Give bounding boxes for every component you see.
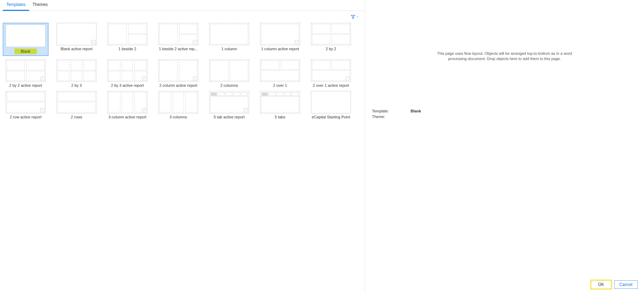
template-card-2over1[interactable]: 2 over 1: [257, 59, 303, 87]
template-label: 2 rows: [71, 115, 82, 119]
template-card-2over1-active[interactable]: ✓2 over 1 active report: [308, 59, 354, 87]
active-report-badge-icon: ✓: [346, 77, 350, 81]
filter-icon: [351, 14, 356, 19]
meta-template-label: Template:: [372, 109, 397, 113]
template-card-2by2[interactable]: 2 by 2: [308, 23, 354, 56]
template-thumb: [107, 23, 147, 45]
template-label: 2 by 3 active report: [111, 83, 144, 87]
meta-template-value: Blank: [411, 109, 421, 113]
template-label: 3 column active report: [108, 115, 146, 119]
template-card-blank-active[interactable]: ✓Blank active report: [54, 23, 99, 56]
active-report-badge-icon: ✓: [91, 40, 95, 44]
template-thumb: [260, 91, 300, 113]
template-thumb: ✓: [158, 59, 198, 82]
template-card-3col-active[interactable]: ✓3 column active report: [105, 91, 150, 119]
template-card-1column[interactable]: 1 column: [206, 23, 252, 56]
template-thumb: ✓: [311, 59, 351, 82]
chevron-down-icon: [356, 15, 359, 18]
template-card-2by2-active[interactable]: ✓2 by 2 active report: [3, 59, 48, 87]
active-report-badge-icon: ✓: [40, 108, 45, 112]
active-report-badge-icon: ✓: [244, 108, 248, 112]
template-thumb: [209, 59, 249, 82]
template-thumb: [260, 59, 300, 82]
template-thumb: [311, 91, 351, 113]
template-label: eCapital Starting Point: [312, 115, 350, 119]
tab-templates[interactable]: Templates: [3, 0, 29, 11]
template-label: 1 column active report: [261, 47, 299, 51]
template-card-3col[interactable]: 3 columns: [155, 91, 201, 119]
template-label: 1 beside 2: [119, 47, 137, 51]
template-label: 2 column active report: [159, 83, 197, 87]
template-thumb: [311, 23, 351, 45]
active-report-badge-icon: ✓: [142, 108, 146, 112]
template-thumb: [209, 23, 249, 45]
template-label: 5 tab active report: [214, 115, 245, 119]
template-thumb: ✓: [57, 23, 97, 45]
active-report-badge-icon: ✓: [193, 40, 197, 44]
meta-theme-label: Theme:: [372, 115, 397, 119]
active-report-badge-icon: ✓: [193, 77, 197, 81]
template-card-ecap[interactable]: eCapital Starting Point: [308, 91, 354, 119]
template-label: 1 beside 2 active rep...: [159, 47, 198, 51]
template-label: 2 by 2 active report: [9, 83, 42, 87]
template-card-2row-active[interactable]: ✓2 row active report: [3, 91, 48, 119]
active-report-badge-icon: ✓: [40, 77, 45, 81]
tabs-bar: Templates Themes: [0, 0, 365, 11]
cancel-button[interactable]: Cancel: [614, 280, 638, 289]
template-label: 2 columns: [220, 83, 238, 87]
ok-button[interactable]: OK: [591, 280, 611, 289]
template-card-1beside2[interactable]: 1 beside 2: [105, 23, 150, 56]
template-grid: Blank✓Blank active report1 beside 2✓1 be…: [0, 21, 365, 121]
template-thumb: ✓: [107, 59, 147, 82]
template-thumb: ✓: [6, 91, 46, 113]
template-label: 5 tabs: [275, 115, 285, 119]
template-label: 2 over 1 active report: [313, 83, 349, 87]
template-card-5tab-active[interactable]: ✓5 tab active report: [206, 91, 252, 119]
template-thumb: [57, 59, 97, 82]
template-thumb: ✓: [260, 23, 300, 45]
template-card-1beside2-active[interactable]: ✓1 beside 2 active rep...: [155, 23, 201, 56]
preview-area: This page uses flow layout. Objects will…: [372, 4, 637, 109]
template-card-2by3-active[interactable]: ✓2 by 3 active report: [105, 59, 150, 87]
template-label: 2 row active report: [10, 115, 41, 119]
template-label: 2 over 1: [273, 83, 287, 87]
template-card-2col-active[interactable]: ✓2 column active report: [155, 59, 201, 87]
template-thumb: ✓: [107, 91, 147, 113]
preview-description: This page uses flow layout. Objects will…: [431, 51, 578, 62]
template-label: 3 columns: [170, 115, 187, 119]
template-thumb: [158, 91, 198, 113]
template-thumb: ✓: [209, 91, 249, 113]
template-card-5tab[interactable]: 5 tabs: [257, 91, 303, 119]
template-card-2by3[interactable]: 2 by 3: [54, 59, 99, 87]
template-label: Blank: [14, 48, 37, 54]
template-card-blank[interactable]: Blank: [3, 23, 48, 56]
template-card-1column-active[interactable]: ✓1 column active report: [257, 23, 303, 56]
template-thumb: ✓: [158, 23, 198, 45]
tab-themes[interactable]: Themes: [29, 0, 51, 11]
template-thumb: [57, 91, 97, 113]
preview-meta: Template: Blank Theme:: [372, 109, 637, 120]
template-label: 2 by 3: [71, 83, 82, 87]
template-label: 2 by 2: [326, 47, 336, 51]
template-card-2rows[interactable]: 2 rows: [54, 91, 99, 119]
filter-button[interactable]: [349, 13, 360, 21]
template-thumb: [6, 25, 46, 47]
active-report-badge-icon: ✓: [295, 40, 299, 44]
template-card-2col[interactable]: 2 columns: [206, 59, 252, 87]
template-label: 1 column: [221, 47, 237, 51]
template-thumb: ✓: [6, 59, 46, 82]
svg-marker-0: [351, 15, 355, 18]
active-report-badge-icon: ✓: [142, 77, 146, 81]
template-label: Blank active report: [60, 47, 92, 51]
